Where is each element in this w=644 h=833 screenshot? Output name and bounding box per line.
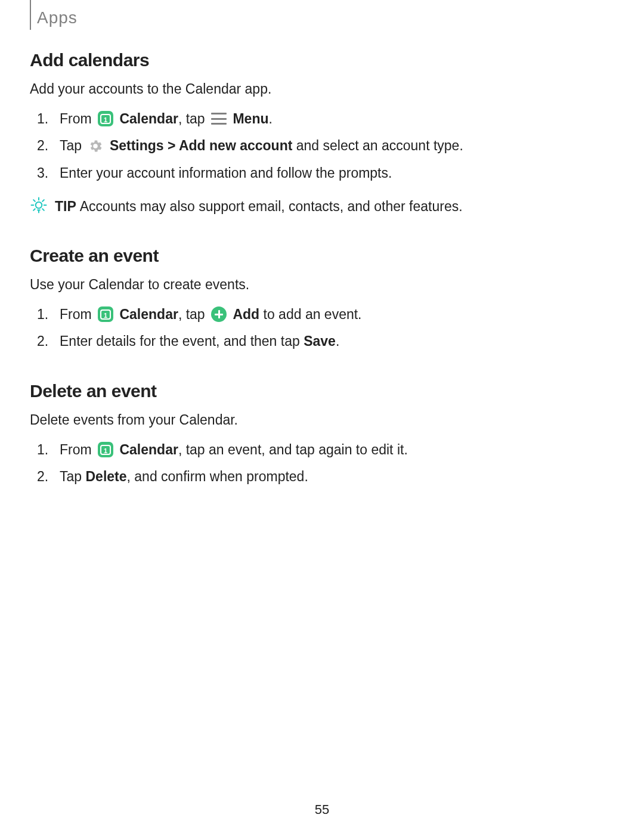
step-text: and select an account type. <box>292 138 463 153</box>
breadcrumb: Apps <box>37 8 78 27</box>
header-rule <box>30 0 31 30</box>
svg-line-5 <box>33 200 35 202</box>
step-text: From <box>60 306 95 322</box>
steps-create-event: From Calendar, tap Add to add an event. … <box>37 304 614 352</box>
step-item: From Calendar, tap Add to add an event. <box>37 304 614 326</box>
tip-label: TIP <box>55 199 76 214</box>
step-text: , tap <box>178 306 209 322</box>
calendar-label: Calendar <box>119 111 178 126</box>
tip-body: Accounts may also support email, contact… <box>80 199 463 214</box>
calendar-icon <box>98 442 113 457</box>
step-text: Tap <box>60 138 85 153</box>
lead-create-event: Use your Calendar to create events. <box>30 274 614 296</box>
calendar-icon <box>98 306 113 322</box>
page-number: 55 <box>0 802 644 817</box>
step-item: Tap Settings > Add new account and selec… <box>37 135 614 157</box>
tip-row: TIPAccounts may also support email, cont… <box>30 196 614 218</box>
step-text: Tap <box>60 469 85 484</box>
gear-icon <box>88 138 103 154</box>
svg-line-7 <box>33 209 35 210</box>
step-text: Enter details for the event, and then ta… <box>60 333 304 349</box>
menu-label: Menu <box>233 111 268 126</box>
add-label: Add <box>233 306 259 322</box>
save-label: Save <box>304 333 336 349</box>
page-content: Add calendars Add your accounts to the C… <box>30 0 614 488</box>
step-text: , tap an event, and tap again to edit it… <box>178 442 408 457</box>
svg-point-0 <box>36 202 42 208</box>
calendar-label: Calendar <box>119 442 178 457</box>
heading-create-event: Create an event <box>30 246 614 266</box>
heading-add-calendars: Add calendars <box>30 50 614 70</box>
step-item: From Calendar, tap Menu. <box>37 109 614 130</box>
steps-delete-event: From Calendar, tap an event, and tap aga… <box>37 439 614 488</box>
menu-icon <box>211 113 227 125</box>
settings-path-label: Settings > Add new account <box>110 138 293 153</box>
step-text: , tap <box>178 111 209 126</box>
step-item: From Calendar, tap an event, and tap aga… <box>37 439 614 461</box>
svg-line-8 <box>42 200 44 202</box>
step-item: Tap Delete, and confirm when prompted. <box>37 466 614 488</box>
step-text: From <box>60 442 95 457</box>
tip-text: TIPAccounts may also support email, cont… <box>55 196 463 218</box>
plus-icon <box>211 306 227 322</box>
step-text: Enter your account information and follo… <box>60 165 392 181</box>
step-text: to add an event. <box>259 306 361 322</box>
step-text: , and confirm when prompted. <box>127 469 308 484</box>
lightbulb-icon <box>30 196 48 214</box>
calendar-icon <box>98 111 113 126</box>
calendar-label: Calendar <box>119 306 178 322</box>
step-text: . <box>336 333 339 349</box>
lead-add-calendars: Add your accounts to the Calendar app. <box>30 79 614 100</box>
lead-delete-event: Delete events from your Calendar. <box>30 410 614 431</box>
steps-add-calendars: From Calendar, tap Menu. Tap Settings > … <box>37 109 614 184</box>
svg-line-6 <box>42 209 44 210</box>
step-item: Enter details for the event, and then ta… <box>37 331 614 352</box>
step-item: Enter your account information and follo… <box>37 163 614 184</box>
step-text: . <box>269 111 273 126</box>
heading-delete-event: Delete an event <box>30 381 614 401</box>
delete-label: Delete <box>85 469 126 484</box>
step-text: From <box>60 111 95 126</box>
